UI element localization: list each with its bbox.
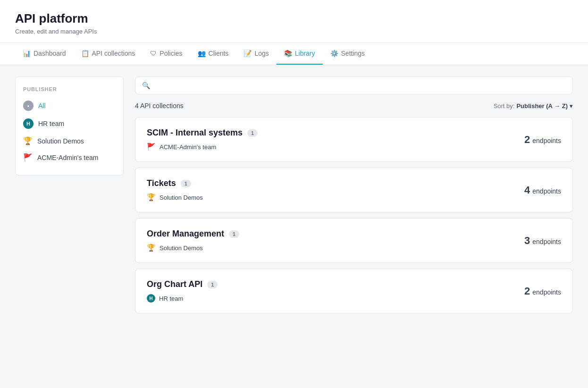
card-publisher-scim-internal: 🚩 ACME-Admin's team (147, 143, 258, 151)
nav-item-settings[interactable]: ⚙️Settings (323, 43, 373, 65)
card-publisher-tickets: 🏆 Solution Demos (147, 193, 203, 202)
page-subtitle: Create, edit and manage APIs (15, 28, 573, 35)
nav-item-policies[interactable]: 🛡Policies (143, 43, 190, 65)
page-header: API platform Create, edit and manage API… (0, 0, 588, 43)
page-title: API platform (15, 11, 573, 26)
policies-nav-icon: 🛡 (150, 50, 157, 57)
card-title-order-management: Order Management (147, 229, 224, 239)
nav-item-clients[interactable]: 👥Clients (190, 43, 236, 65)
clients-nav-icon: 👥 (198, 50, 206, 57)
card-title-row-scim-internal: SCIM - Internal systems 1 (147, 128, 258, 138)
card-right-tickets: 4 endpoints (524, 184, 561, 196)
sidebar-item-all[interactable]: ●All (16, 97, 123, 115)
card-badge-org-chart-api: 1 (207, 281, 218, 288)
card-right-order-management: 3 endpoints (524, 235, 561, 247)
content-area: 🔍 4 API collections Sort by: Publisher (… (135, 76, 573, 319)
avatar-all: ● (23, 101, 34, 111)
endpoints-label-order-management: endpoints (532, 238, 561, 245)
search-input[interactable] (155, 82, 566, 89)
endpoints-count-order-management: 3 (524, 235, 530, 246)
nav-bar: 📊Dashboard📋API collections🛡Policies👥Clie… (0, 43, 588, 65)
nav-item-api-collections[interactable]: 📋API collections (74, 43, 143, 65)
collection-card-org-chart-api[interactable]: Org Chart API 1 H HR team 2 endpoints (135, 269, 573, 313)
publisher-name-tickets: Solution Demos (160, 194, 203, 201)
nav-label-logs: Logs (254, 50, 269, 57)
card-right-org-chart-api: 2 endpoints (524, 285, 561, 297)
main-content: PUBLISHER ●AllHHR team🏆Solution Demos🚩AC… (0, 65, 588, 330)
endpoints-label-tickets: endpoints (532, 187, 561, 195)
card-left-org-chart-api: Org Chart API 1 H HR team (147, 279, 218, 303)
settings-nav-icon: ⚙️ (330, 50, 338, 57)
dashboard-nav-icon: 📊 (23, 50, 31, 57)
card-left-tickets: Tickets 1 🏆 Solution Demos (147, 178, 203, 202)
card-title-org-chart-api: Org Chart API (147, 279, 202, 289)
card-badge-order-management: 1 (229, 230, 239, 238)
sort-label: Sort by: (494, 102, 515, 110)
avatar-h: H (23, 118, 34, 129)
api-collections-nav-icon: 📋 (81, 50, 89, 57)
collection-card-scim-internal[interactable]: SCIM - Internal systems 1 🚩 ACME-Admin's… (135, 117, 573, 162)
card-title-row-org-chart-api: Org Chart API 1 (147, 279, 218, 289)
sort-value: Publisher (A → Z) (516, 102, 568, 110)
card-badge-scim-internal: 1 (247, 129, 258, 137)
collection-card-order-management[interactable]: Order Management 1 🏆 Solution Demos 3 en… (135, 218, 573, 263)
nav-label-settings: Settings (341, 50, 365, 57)
endpoints-label-org-chart-api: endpoints (532, 288, 561, 296)
sidebar-label-hr-team: HR team (38, 120, 64, 127)
results-header: 4 API collections Sort by: Publisher (A … (135, 102, 573, 110)
nav-label-policies: Policies (160, 50, 182, 57)
sidebar-item-hr-team[interactable]: HHR team (16, 115, 123, 133)
card-left-scim-internal: SCIM - Internal systems 1 🚩 ACME-Admin's… (147, 128, 258, 151)
card-publisher-order-management: 🏆 Solution Demos (147, 244, 239, 252)
endpoints-count-scim-internal: 2 (524, 134, 530, 145)
card-publisher-org-chart-api: H HR team (147, 294, 218, 303)
sidebar-publisher-label: PUBLISHER (16, 86, 123, 97)
sort-control[interactable]: Sort by: Publisher (A → Z) ▾ (494, 102, 573, 110)
sidebar: PUBLISHER ●AllHHR team🏆Solution Demos🚩AC… (15, 76, 124, 176)
publisher-name-scim-internal: ACME-Admin's team (160, 143, 216, 151)
nav-item-dashboard[interactable]: 📊Dashboard (15, 43, 74, 65)
sidebar-item-acme-admin[interactable]: 🚩ACME-Admin's team (16, 149, 123, 166)
endpoints-label-scim-internal: endpoints (532, 137, 561, 144)
publisher-avatar-order-management: 🏆 (147, 244, 156, 252)
card-title-scim-internal: SCIM - Internal systems (147, 128, 243, 138)
collection-card-tickets[interactable]: Tickets 1 🏆 Solution Demos 4 endpoints (135, 168, 573, 212)
card-title-row-tickets: Tickets 1 (147, 178, 203, 188)
publisher-name-order-management: Solution Demos (160, 245, 203, 252)
search-icon: 🔍 (142, 82, 150, 89)
results-count: 4 API collections (135, 102, 184, 110)
nav-label-api-collections: API collections (92, 50, 135, 57)
publisher-avatar-tickets: 🏆 (147, 193, 156, 202)
publisher-name-org-chart-api: HR team (159, 295, 183, 302)
nav-item-logs[interactable]: 📝Logs (236, 43, 276, 65)
chevron-down-icon: ▾ (570, 102, 573, 110)
card-right-scim-internal: 2 endpoints (524, 134, 561, 146)
card-badge-tickets: 1 (181, 180, 191, 187)
nav-label-clients: Clients (209, 50, 229, 57)
logs-nav-icon: 📝 (244, 50, 252, 57)
sidebar-label-all: All (38, 102, 46, 110)
nav-label-dashboard: Dashboard (34, 50, 66, 57)
search-bar[interactable]: 🔍 (135, 76, 573, 94)
endpoints-count-tickets: 4 (524, 184, 530, 196)
sidebar-item-solution-demos[interactable]: 🏆Solution Demos (16, 133, 123, 149)
library-nav-icon: 📚 (284, 50, 292, 57)
sidebar-label-solution-demos: Solution Demos (37, 137, 84, 145)
publisher-avatar-org-chart-api: H (147, 294, 155, 303)
endpoints-count-org-chart-api: 2 (524, 285, 530, 297)
sidebar-label-acme-admin: ACME-Admin's team (37, 154, 98, 161)
card-title-tickets: Tickets (147, 178, 176, 188)
nav-item-library[interactable]: 📚Library (277, 43, 323, 65)
collections-list: SCIM - Internal systems 1 🚩 ACME-Admin's… (135, 117, 573, 313)
avatar-sd: 🏆 (23, 136, 33, 145)
card-left-order-management: Order Management 1 🏆 Solution Demos (147, 229, 239, 252)
card-title-row-order-management: Order Management 1 (147, 229, 239, 239)
nav-label-library: Library (295, 50, 315, 57)
publisher-avatar-scim-internal: 🚩 (147, 143, 156, 151)
avatar-acme: 🚩 (23, 153, 33, 162)
